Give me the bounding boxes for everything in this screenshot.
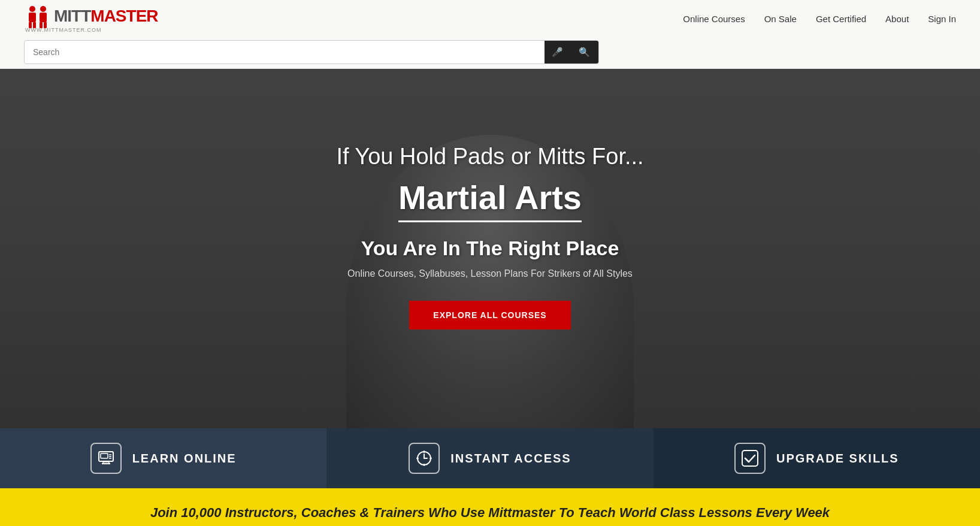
main-nav: Online Courses On Sale Get Certified Abo… (683, 14, 956, 24)
nav-on-sale[interactable]: On Sale (764, 14, 797, 24)
voice-search-button[interactable]: 🎤 (545, 41, 570, 64)
logo-brand: MITTMASTER (54, 7, 158, 26)
svg-point-0 (29, 6, 35, 12)
learn-online-label: LEARN ONLINE (132, 452, 237, 465)
checkmark-icon (741, 449, 759, 467)
hero-description: Online Courses, Syllabuses, Lesson Plans… (336, 268, 643, 279)
logo-icon (24, 4, 53, 28)
instant-access-icon (409, 443, 440, 474)
hero-tagline: You Are In The Right Place (336, 237, 643, 260)
svg-rect-3 (40, 13, 47, 22)
nav-sign-in[interactable]: Sign In (928, 14, 956, 24)
learn-online-icon (90, 443, 122, 474)
banner-text: Join 10,000 Instructors, Coaches & Train… (24, 505, 956, 521)
feature-learn-online: LEARN ONLINE (0, 428, 326, 488)
yellow-banner: Join 10,000 Instructors, Coaches & Train… (0, 488, 980, 526)
upgrade-skills-icon (734, 443, 766, 474)
header: MITTMASTER WWW.MITTMASTER.COM Online Cou… (0, 0, 980, 69)
search-input[interactable] (25, 41, 545, 63)
header-top: MITTMASTER WWW.MITTMASTER.COM Online Cou… (24, 4, 956, 33)
hero-content: If You Hold Pads or Mitts For... Martial… (312, 144, 667, 329)
monitor-icon (98, 450, 114, 467)
feature-upgrade-skills: UPGRADE SKILLS (654, 428, 980, 488)
nav-online-courses[interactable]: Online Courses (683, 14, 745, 24)
svg-point-1 (40, 6, 46, 12)
feature-instant-access: INSTANT ACCESS (326, 428, 653, 488)
hero-section: If You Hold Pads or Mitts For... Martial… (0, 69, 980, 428)
search-button[interactable]: 🔍 (570, 41, 598, 64)
svg-rect-11 (101, 454, 108, 458)
features-bar: LEARN ONLINE INSTANT ACCESS UPGRADE SKIL… (0, 428, 980, 488)
hero-title: Martial Arts (398, 178, 582, 222)
instant-access-label: INSTANT ACCESS (450, 452, 571, 465)
nav-about[interactable]: About (885, 14, 909, 24)
svg-rect-2 (29, 13, 36, 22)
clock-icon (415, 449, 433, 467)
search-bar: 🎤 🔍 (24, 40, 599, 64)
logo-text: MITTMASTER (24, 4, 158, 28)
nav-get-certified[interactable]: Get Certified (816, 14, 866, 24)
search-icon: 🔍 (579, 47, 590, 58)
upgrade-skills-label: UPGRADE SKILLS (776, 452, 899, 465)
hero-subtitle: If You Hold Pads or Mitts For... (336, 144, 643, 170)
logo-subtitle: WWW.MITTMASTER.COM (24, 27, 101, 33)
microphone-icon: 🎤 (552, 47, 563, 58)
explore-courses-button[interactable]: EXPLORE ALL COURSES (409, 301, 570, 329)
logo[interactable]: MITTMASTER WWW.MITTMASTER.COM (24, 4, 158, 33)
